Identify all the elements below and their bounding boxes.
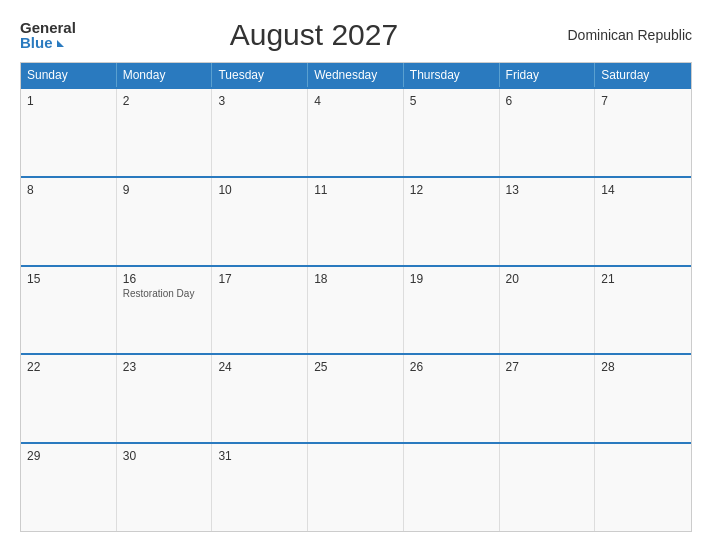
cell-w0-d5: 6 (500, 89, 596, 176)
day-number-w3-d2: 24 (218, 360, 301, 374)
cell-w3-d4: 26 (404, 355, 500, 442)
day-number-w1-d3: 11 (314, 183, 397, 197)
cell-w3-d6: 28 (595, 355, 691, 442)
week-row-3: 22232425262728 (21, 353, 691, 442)
header-thursday: Thursday (404, 63, 500, 87)
calendar-body: 12345678910111213141516Restoration Day17… (21, 87, 691, 531)
cell-w0-d0: 1 (21, 89, 117, 176)
week-row-0: 1234567 (21, 87, 691, 176)
logo-blue-label: Blue (20, 35, 53, 50)
cell-w0-d6: 7 (595, 89, 691, 176)
cell-w4-d4 (404, 444, 500, 531)
cell-w3-d0: 22 (21, 355, 117, 442)
logo-triangle-icon (57, 40, 64, 47)
cell-w1-d1: 9 (117, 178, 213, 265)
day-number-w0-d3: 4 (314, 94, 397, 108)
calendar-title: August 2027 (76, 18, 552, 52)
day-number-w3-d5: 27 (506, 360, 589, 374)
day-number-w1-d4: 12 (410, 183, 493, 197)
page: General Blue August 2027 Dominican Repub… (0, 0, 712, 550)
day-number-w3-d1: 23 (123, 360, 206, 374)
day-number-w2-d6: 21 (601, 272, 685, 286)
day-number-w2-d0: 15 (27, 272, 110, 286)
cell-w3-d1: 23 (117, 355, 213, 442)
cell-w2-d1: 16Restoration Day (117, 267, 213, 354)
day-number-w2-d4: 19 (410, 272, 493, 286)
calendar-header: Sunday Monday Tuesday Wednesday Thursday… (21, 63, 691, 87)
cell-w2-d4: 19 (404, 267, 500, 354)
day-number-w2-d2: 17 (218, 272, 301, 286)
day-number-w3-d0: 22 (27, 360, 110, 374)
day-number-w1-d1: 9 (123, 183, 206, 197)
logo-blue-text: Blue (20, 35, 64, 50)
day-number-w0-d1: 2 (123, 94, 206, 108)
cell-w4-d2: 31 (212, 444, 308, 531)
header-saturday: Saturday (595, 63, 691, 87)
day-number-w3-d3: 25 (314, 360, 397, 374)
cell-w2-d2: 17 (212, 267, 308, 354)
cell-w0-d3: 4 (308, 89, 404, 176)
header-tuesday: Tuesday (212, 63, 308, 87)
day-number-w0-d5: 6 (506, 94, 589, 108)
day-number-w4-d2: 31 (218, 449, 301, 463)
cell-w4-d0: 29 (21, 444, 117, 531)
day-number-w1-d5: 13 (506, 183, 589, 197)
week-row-1: 891011121314 (21, 176, 691, 265)
logo-general-text: General (20, 20, 76, 35)
cell-w1-d3: 11 (308, 178, 404, 265)
cell-w1-d6: 14 (595, 178, 691, 265)
country-label: Dominican Republic (552, 27, 692, 43)
cell-w2-d3: 18 (308, 267, 404, 354)
cell-w3-d5: 27 (500, 355, 596, 442)
header-friday: Friday (500, 63, 596, 87)
day-number-w0-d4: 5 (410, 94, 493, 108)
day-number-w3-d4: 26 (410, 360, 493, 374)
cell-w4-d6 (595, 444, 691, 531)
week-row-4: 293031 (21, 442, 691, 531)
cell-w3-d3: 25 (308, 355, 404, 442)
day-number-w3-d6: 28 (601, 360, 685, 374)
day-number-w0-d0: 1 (27, 94, 110, 108)
cell-w1-d2: 10 (212, 178, 308, 265)
day-number-w4-d0: 29 (27, 449, 110, 463)
cell-w0-d1: 2 (117, 89, 213, 176)
cell-w0-d2: 3 (212, 89, 308, 176)
day-number-w2-d3: 18 (314, 272, 397, 286)
calendar: Sunday Monday Tuesday Wednesday Thursday… (20, 62, 692, 532)
logo: General Blue (20, 20, 76, 50)
cell-w4-d5 (500, 444, 596, 531)
header-monday: Monday (117, 63, 213, 87)
header-wednesday: Wednesday (308, 63, 404, 87)
day-number-w1-d2: 10 (218, 183, 301, 197)
day-number-w2-d5: 20 (506, 272, 589, 286)
cell-w1-d4: 12 (404, 178, 500, 265)
cell-w0-d4: 5 (404, 89, 500, 176)
header: General Blue August 2027 Dominican Repub… (20, 18, 692, 52)
cell-w1-d5: 13 (500, 178, 596, 265)
cell-w3-d2: 24 (212, 355, 308, 442)
cell-w2-d0: 15 (21, 267, 117, 354)
day-number-w0-d6: 7 (601, 94, 685, 108)
day-number-w2-d1: 16 (123, 272, 206, 286)
day-number-w1-d6: 14 (601, 183, 685, 197)
cell-w4-d1: 30 (117, 444, 213, 531)
day-number-w4-d1: 30 (123, 449, 206, 463)
week-row-2: 1516Restoration Day1718192021 (21, 265, 691, 354)
cell-w1-d0: 8 (21, 178, 117, 265)
cell-w2-d5: 20 (500, 267, 596, 354)
day-number-w0-d2: 3 (218, 94, 301, 108)
cell-w4-d3 (308, 444, 404, 531)
holiday-label-w2-d1: Restoration Day (123, 288, 206, 299)
header-sunday: Sunday (21, 63, 117, 87)
day-number-w1-d0: 8 (27, 183, 110, 197)
cell-w2-d6: 21 (595, 267, 691, 354)
